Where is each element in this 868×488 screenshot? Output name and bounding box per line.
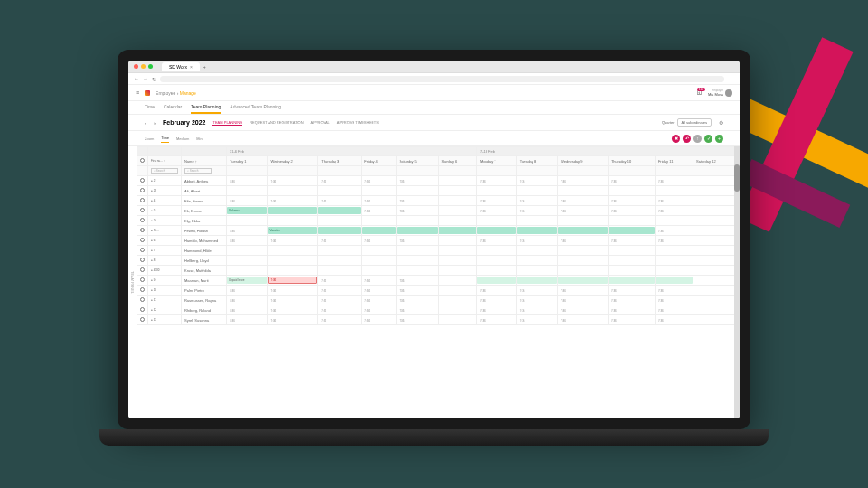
planning-cell[interactable] — [476, 186, 516, 196]
planning-cell[interactable] — [227, 246, 268, 256]
planning-cell[interactable] — [227, 256, 268, 266]
close-window-icon[interactable] — [134, 64, 138, 69]
table-row[interactable]: ● 11Rasmussen, Ragna7:367:367:367:367:36… — [137, 296, 740, 305]
planning-cell[interactable]: 7:36 — [476, 305, 516, 315]
planning-cell[interactable]: 7:36 — [476, 196, 516, 206]
planning-cell[interactable]: 7:36 — [558, 286, 609, 296]
planning-cell[interactable]: 7:36 — [655, 226, 693, 236]
tab-request-registration[interactable]: REQUEST AND REGISTRATION — [250, 120, 303, 126]
planning-cell[interactable]: 7:36 — [558, 206, 609, 216]
planning-cell[interactable] — [693, 246, 740, 256]
planning-cell[interactable] — [362, 216, 396, 226]
table-row[interactable]: ● 12Rhiberg, Roland7:367:367:367:367:367… — [137, 305, 740, 315]
planning-cell[interactable] — [693, 296, 740, 305]
action-upload-button[interactable]: ↑ — [693, 135, 702, 143]
planning-cell[interactable]: 7:36 — [362, 296, 396, 305]
table-row[interactable]: ● 7Hammond, Hilde — [137, 246, 740, 256]
planning-cell[interactable] — [318, 186, 362, 196]
planning-cell[interactable]: 7:36 — [516, 305, 557, 315]
planning-cell[interactable]: 7:36 — [227, 236, 268, 246]
planning-cell[interactable] — [516, 186, 557, 196]
table-row[interactable]: ● 4Eile, Emma7:367:367:367:367:367:367:3… — [137, 196, 740, 206]
planning-cell[interactable]: 7:36 — [558, 196, 609, 206]
planning-cell[interactable]: 7:36 — [608, 305, 655, 315]
planning-cell[interactable]: 7:36 — [655, 296, 693, 305]
planning-cell[interactable]: 7:36 — [608, 176, 655, 186]
row-checkbox[interactable] — [140, 317, 145, 322]
planning-cell[interactable]: 7:36 — [227, 315, 268, 325]
table-row[interactable]: ● 2Abbott, Anthea7:367:367:367:367:367:3… — [137, 176, 740, 186]
table-row[interactable]: ● 8Hellberg, Lloyd — [137, 256, 740, 266]
row-checkbox[interactable] — [140, 307, 145, 312]
filter-medium[interactable]: Medium — [176, 135, 189, 143]
planning-cell[interactable] — [693, 276, 740, 286]
planning-cell[interactable] — [558, 266, 609, 276]
action-undo-button[interactable]: ↶ — [683, 135, 691, 143]
planning-cell[interactable]: 7:36 — [476, 206, 516, 216]
planning-cell[interactable]: 7:36 — [516, 196, 557, 206]
planning-cell[interactable]: 7:36 — [318, 296, 362, 305]
planning-cell[interactable] — [396, 186, 439, 196]
planning-cell[interactable] — [693, 226, 740, 236]
table-row[interactable]: ● 9Maaman, MaritUnpaid leave7:367:367:36… — [137, 276, 740, 286]
next-period-button[interactable]: › — [154, 120, 156, 126]
planning-cell[interactable] — [516, 266, 557, 276]
planning-cell[interactable]: 7:36 — [362, 305, 396, 315]
planning-cell[interactable] — [227, 186, 268, 196]
planning-cell[interactable] — [476, 216, 516, 226]
planning-cell[interactable] — [516, 216, 557, 226]
planning-cell[interactable]: 7:36 — [396, 296, 439, 305]
planning-cell[interactable]: Unpaid leave — [227, 276, 268, 286]
maximize-window-icon[interactable] — [148, 64, 153, 69]
planning-cell[interactable] — [693, 256, 740, 266]
row-checkbox[interactable] — [140, 208, 145, 212]
planning-cell[interactable]: 7:36 — [396, 276, 439, 286]
hamburger-menu-icon[interactable]: ≡ — [136, 89, 139, 96]
planning-cell[interactable] — [318, 266, 362, 276]
planning-cell[interactable] — [476, 256, 516, 266]
planning-cell[interactable] — [439, 176, 477, 186]
planning-cell[interactable]: Sickness — [227, 206, 268, 216]
row-checkbox[interactable] — [140, 297, 145, 302]
planning-cell[interactable] — [558, 256, 609, 266]
planning-cell[interactable] — [693, 305, 740, 315]
planning-cell[interactable] — [318, 226, 362, 236]
planning-cell[interactable]: 7:36 — [227, 176, 268, 186]
planning-cell[interactable]: 7:36 — [476, 296, 516, 305]
planning-cell[interactable] — [693, 186, 740, 196]
row-checkbox[interactable] — [140, 178, 145, 183]
planning-cell[interactable]: 7:36 — [655, 305, 693, 315]
scrollbar[interactable] — [734, 146, 740, 418]
planning-cell[interactable] — [558, 246, 609, 256]
planning-cell[interactable] — [693, 196, 740, 206]
planning-cell[interactable] — [558, 276, 609, 286]
planning-cell[interactable]: 7:36 — [396, 236, 439, 246]
planning-cell[interactable] — [655, 256, 693, 266]
minimize-window-icon[interactable] — [141, 64, 146, 69]
browser-tab[interactable]: SD Worx× — [162, 62, 200, 71]
planning-cell[interactable]: 7:36 — [318, 315, 362, 325]
row-checkbox[interactable] — [140, 267, 145, 272]
planning-cell[interactable] — [655, 246, 693, 256]
planning-cell[interactable] — [476, 226, 516, 236]
planning-cell[interactable]: 7:36 — [268, 315, 318, 325]
planning-cell[interactable] — [318, 256, 362, 266]
planning-cell[interactable]: 7:36 — [318, 236, 362, 246]
planning-cell[interactable] — [608, 226, 655, 236]
planning-cell[interactable] — [439, 216, 477, 226]
planning-cell[interactable]: 7:36 — [227, 196, 268, 206]
planning-cell[interactable] — [476, 266, 516, 276]
planning-cell[interactable] — [516, 246, 557, 256]
planning-cell[interactable] — [516, 276, 557, 286]
planning-cell[interactable] — [439, 305, 477, 315]
planning-cell[interactable]: 7:36 — [558, 236, 609, 246]
planning-cell[interactable]: 7:36 — [476, 176, 516, 186]
action-delete-button[interactable]: ✖ — [672, 135, 680, 143]
planning-cell[interactable]: 7:36 — [476, 236, 516, 246]
planning-cell[interactable]: 7:36 — [268, 196, 318, 206]
planning-cell[interactable] — [318, 206, 362, 216]
row-checkbox[interactable] — [140, 287, 145, 292]
planning-cell[interactable]: 7:36 — [362, 196, 396, 206]
row-checkbox[interactable] — [140, 248, 145, 252]
planning-cell[interactable] — [268, 256, 318, 266]
